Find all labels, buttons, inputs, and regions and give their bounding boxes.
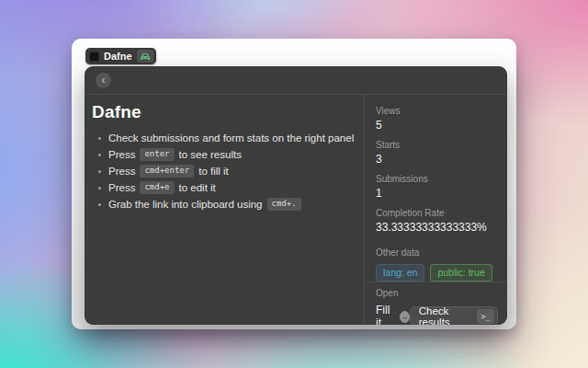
fill-it-label: Fill it: [376, 304, 395, 325]
open-section: Open Fill it → Check results >_: [365, 282, 507, 325]
bullet-icon: [98, 203, 101, 206]
instruction-text: to fill it: [198, 166, 229, 177]
kbd-shortcut: cmd+enter: [140, 165, 194, 178]
stat-value: 5: [376, 119, 496, 132]
kbd-shortcut: cmd+.: [267, 198, 301, 212]
panel-body: Dafne Check submissions and form stats o…: [85, 95, 507, 325]
app-pill[interactable]: Dafne: [85, 48, 156, 64]
car-icon: [140, 52, 151, 61]
stat-label: Submissions: [376, 174, 496, 185]
bullet-icon: [98, 170, 101, 173]
instruction-text: to see results: [179, 149, 242, 160]
list-item: Press enter to see results: [92, 146, 362, 163]
instruction-text: to edit it: [179, 182, 216, 193]
tag-public: public: true: [430, 264, 492, 282]
list-item: Grab the link into clipboard using cmd+.: [92, 196, 362, 213]
other-data-section: Other data lang: en public: true: [376, 247, 496, 282]
stat-value: 1: [376, 187, 496, 200]
detail-content: Dafne Check submissions and form stats o…: [85, 95, 364, 325]
kbd-shortcut: enter: [140, 148, 174, 162]
instruction-text: Press: [108, 182, 135, 193]
list-item: Check submissions and form stats on the …: [92, 130, 362, 146]
instructions-list: Check submissions and form stats on the …: [92, 130, 362, 213]
kbd-shortcut: cmd+e: [140, 181, 174, 195]
arrow-right-icon: →: [400, 311, 410, 323]
action-bar: Fill it → Check results >_: [376, 304, 498, 325]
car-icon-box: [137, 50, 153, 63]
stat-label: Starts: [376, 140, 496, 151]
list-item: Press cmd+enter to fill it: [92, 163, 362, 179]
stat-completion-rate: Completion Rate 33.33333333333333%: [376, 208, 496, 234]
tag-lang: lang: en: [376, 264, 424, 282]
stat-value: 33.33333333333333%: [376, 221, 496, 234]
bullet-icon: [98, 137, 101, 140]
bullet-icon: [98, 154, 101, 156]
instruction-text: Check submissions and form stats on the …: [108, 132, 354, 144]
app-pill-label: Dafne: [104, 52, 132, 62]
page-title: Dafne: [92, 102, 362, 122]
stat-views: Views 5: [376, 106, 496, 132]
tag-list: lang: en public: true: [376, 264, 496, 282]
instruction-text: Press: [108, 166, 135, 177]
back-button[interactable]: ‹: [96, 73, 111, 88]
command-palette-panel: ‹ Dafne Check submissions and form stats…: [85, 66, 507, 325]
open-label: Open: [376, 288, 498, 299]
check-results-label: Check results: [419, 305, 470, 325]
chevron-left-icon: ‹: [102, 75, 106, 86]
instruction-text: Press: [108, 149, 135, 160]
bullet-icon: [98, 187, 101, 190]
panel-header: ‹: [85, 66, 507, 95]
stat-starts: Starts 3: [376, 140, 496, 166]
form-app-icon: [89, 52, 99, 62]
instruction-text: Grab the link into clipboard using: [108, 199, 263, 210]
fill-it-action[interactable]: Fill it →: [376, 304, 410, 325]
other-data-label: Other data: [376, 247, 496, 259]
list-item: Press cmd+e to edit it: [92, 179, 362, 196]
stat-value: 3: [376, 153, 496, 166]
stat-label: Completion Rate: [376, 208, 496, 219]
stat-submissions: Submissions 1: [376, 174, 496, 200]
terminal-prompt-icon: >_: [477, 309, 494, 324]
check-results-button[interactable]: Check results >_: [410, 306, 498, 325]
stat-label: Views: [376, 106, 496, 117]
metadata-panel: Views 5 Starts 3 Submissions 1 Completio…: [364, 95, 507, 325]
app-window: Dafne ‹ Dafne Check submissions a: [72, 39, 516, 329]
